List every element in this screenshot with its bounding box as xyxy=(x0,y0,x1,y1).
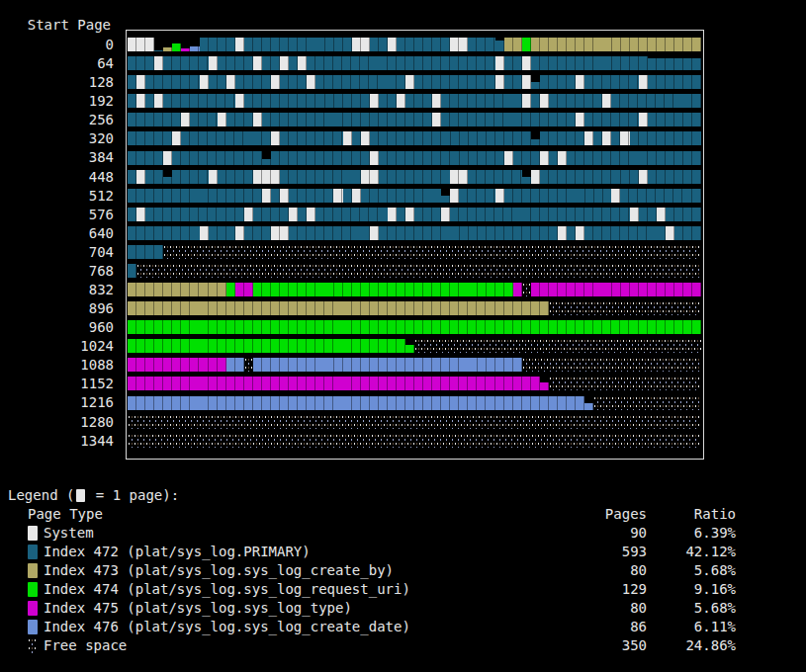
legend-item-indent xyxy=(8,543,28,561)
page-row xyxy=(128,282,701,300)
page-segment-i472 xyxy=(397,38,450,51)
page-segment-i472 xyxy=(666,208,701,221)
page-segment-i472 xyxy=(531,94,540,108)
page-segment-system xyxy=(558,151,567,165)
page-segment-system xyxy=(405,75,414,89)
page-segment-i472 xyxy=(584,75,638,89)
page-segment-system xyxy=(450,189,459,203)
page-segment-i476 xyxy=(190,46,199,51)
legend-swatch-cell xyxy=(28,524,44,543)
page-segment-i472 xyxy=(361,189,442,203)
legend-swatch-cell xyxy=(28,599,44,618)
page-segment-i472 xyxy=(414,75,495,89)
page-segment-i472 xyxy=(289,56,298,70)
page-segment-system xyxy=(441,208,450,221)
legend-item-pages: 80 xyxy=(558,561,647,580)
page-segment-i472 xyxy=(218,56,253,70)
row-label: 320 xyxy=(0,130,114,149)
page-row xyxy=(128,376,701,394)
legend-title: Legend ( = 1 page): xyxy=(8,486,736,505)
page-segment-i472 xyxy=(504,75,522,89)
page-segment-system xyxy=(226,75,235,89)
page-row xyxy=(128,149,701,168)
page-segment-i472 xyxy=(262,159,271,165)
page-segment-i476 xyxy=(584,403,593,410)
row-label: 640 xyxy=(0,225,114,244)
legend-item-label: Free space xyxy=(44,636,558,655)
page-segment-i472 xyxy=(181,131,271,145)
legend-item-ratio: 42.12% xyxy=(647,543,736,561)
page-segment-free xyxy=(244,358,253,372)
page-segment-system xyxy=(307,75,315,89)
legend-item-ratio: 9.16% xyxy=(647,580,736,599)
page-segment-i472 xyxy=(200,38,235,51)
page-row xyxy=(128,112,701,130)
page-segment-system xyxy=(352,189,361,203)
page-segment-i474 xyxy=(128,339,405,353)
legend-item-ratio: 24.86% xyxy=(647,636,736,655)
page-segment-i472 xyxy=(298,208,307,221)
legend-swatch-cell xyxy=(28,561,44,580)
page-segment-i472 xyxy=(513,151,540,165)
page-segment-i472 xyxy=(154,50,163,51)
page-segment-system xyxy=(209,170,218,184)
legend-items: System906.39%Index 472 (plat/sys_log.PRI… xyxy=(8,524,736,655)
terminal-screen: { "colors": { "background": "#000000", "… xyxy=(0,0,806,672)
page-segment-i472 xyxy=(280,131,342,145)
page-segment-i472 xyxy=(209,75,226,89)
i472-swatch-icon xyxy=(28,545,38,559)
page-segment-i475 xyxy=(128,358,226,372)
page-segment-i472 xyxy=(674,226,701,240)
page-segment-system xyxy=(218,113,226,126)
page-segment-i472 xyxy=(145,208,244,221)
i473-swatch-icon xyxy=(28,563,38,578)
page-segment-i472 xyxy=(172,151,262,165)
page-row xyxy=(128,394,701,413)
legend-item-label: Index 476 (plat/sys_log.sys_log_create_d… xyxy=(44,618,558,636)
page-segment-system xyxy=(432,113,441,126)
page-segment-i472 xyxy=(468,38,494,51)
page-segment-system xyxy=(639,113,648,126)
legend-swatch-cell xyxy=(28,543,44,561)
page-segment-i472 xyxy=(379,170,451,184)
page-segment-system xyxy=(181,113,190,126)
page-segment-system xyxy=(333,189,342,203)
page-row xyxy=(128,338,701,357)
page-row xyxy=(128,414,701,433)
page-segment-system xyxy=(540,94,549,108)
row-label: 192 xyxy=(0,93,114,112)
legend-item-label: Index 472 (plat/sys_log.PRIMARY) xyxy=(44,543,558,561)
page-segment-i472 xyxy=(593,131,602,145)
page-segment-i472 xyxy=(271,189,280,203)
page-segment-i472 xyxy=(531,56,648,70)
page-row xyxy=(128,74,701,93)
page-segment-i472 xyxy=(280,170,361,184)
page-map-chart xyxy=(126,30,704,460)
legend-item-pages: 593 xyxy=(558,543,647,561)
page-row xyxy=(128,433,701,452)
legend-header-ratio: Ratio xyxy=(647,505,736,524)
page-segment-system xyxy=(128,38,154,51)
page-segment-i472 xyxy=(648,75,701,89)
page-segment-i472 xyxy=(379,94,397,108)
page-segment-i472 xyxy=(540,131,584,145)
page-segment-i474 xyxy=(522,38,531,51)
page-segment-i472 xyxy=(235,75,271,89)
page-segment-system xyxy=(253,113,262,126)
page-segment-system xyxy=(136,208,145,221)
row-label: 1216 xyxy=(0,394,114,413)
page-segment-i472 xyxy=(163,56,208,70)
page-segment-i472 xyxy=(128,245,163,259)
page-segment-i472 xyxy=(495,41,504,51)
legend-item-indent xyxy=(8,599,28,618)
page-segment-i472 xyxy=(540,170,639,184)
page-segment-system xyxy=(602,94,611,108)
page-segment-i472 xyxy=(567,226,576,240)
page-segment-system xyxy=(136,75,145,89)
page-segment-i472 xyxy=(226,113,253,126)
page-segment-i472 xyxy=(648,113,701,126)
page-segment-system xyxy=(602,131,611,145)
page-segment-system xyxy=(343,131,352,145)
page-segment-i472 xyxy=(218,170,253,184)
page-segment-i472 xyxy=(397,208,405,221)
